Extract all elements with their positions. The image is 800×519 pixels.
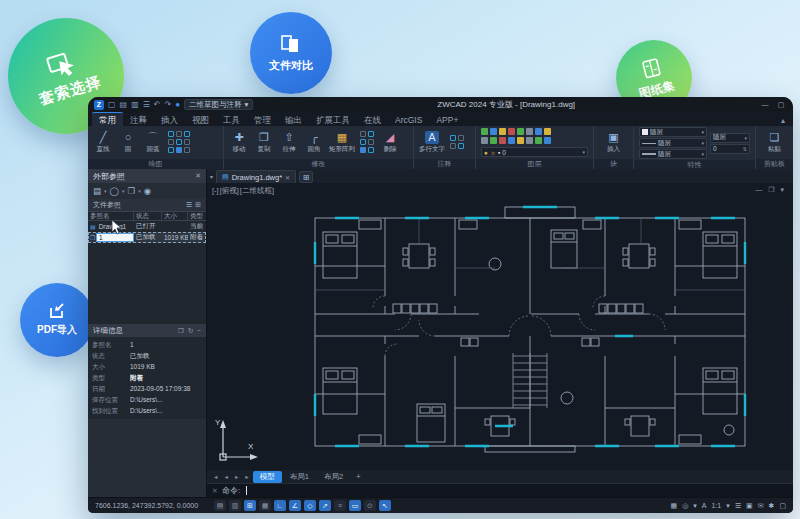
copy-button[interactable]: ❐ 复制	[254, 131, 274, 153]
line-button[interactable]: ╱ 直线	[93, 131, 113, 153]
canvas-restore-icon[interactable]: ❐	[768, 186, 774, 194]
tab-list-icon[interactable]: ▾	[210, 173, 213, 180]
maximize-button[interactable]: ▢	[775, 101, 787, 109]
close-icon[interactable]: ✕	[195, 172, 201, 180]
otrack-toggle[interactable]: ↗	[319, 500, 331, 511]
annotation-icon[interactable]: A	[702, 502, 707, 509]
add-layout-button[interactable]: +	[351, 472, 365, 481]
save-file-icon[interactable]: ▥	[131, 101, 139, 109]
workspace-switch-icon[interactable]: ☰	[735, 502, 741, 510]
ribbon-collapse-icon[interactable]: ▴	[781, 116, 793, 126]
array-button[interactable]: ▦ 矩形阵列	[329, 131, 355, 153]
table-row-editing[interactable]: ❐ 已加载 1019 KB 附着	[88, 232, 206, 243]
message-icon[interactable]: ✉	[758, 502, 764, 510]
chevron-down-icon[interactable]: ▾	[138, 188, 141, 194]
table-row[interactable]: ▤ Drawing1 已打开 当前	[88, 221, 206, 232]
tab-layout2[interactable]: 布局2	[317, 471, 350, 483]
modify-tools-grid[interactable]	[360, 131, 375, 154]
draw-tools-grid[interactable]	[168, 131, 191, 154]
attach-dwg-icon[interactable]: ▤	[93, 186, 101, 196]
linetype-dropdown[interactable]: 随层 ▾	[639, 138, 707, 148]
tab-home[interactable]: 常用	[92, 112, 123, 126]
panel-block-label[interactable]: 块	[594, 159, 633, 169]
circle-button[interactable]: ○ 圆	[118, 131, 138, 153]
next-layout-icon[interactable]: ►	[232, 474, 241, 480]
tree-view-icon[interactable]: ⊞	[195, 201, 201, 209]
selection-cycling-toggle[interactable]: ↖	[379, 500, 391, 511]
list-view-icon[interactable]: ☰	[186, 201, 192, 209]
snap-toggle[interactable]: ⊞	[244, 500, 256, 511]
attach-file-icon[interactable]: ❐	[128, 186, 136, 196]
redo-icon[interactable]: ↷	[165, 101, 172, 109]
last-layout-icon[interactable]: ►	[242, 474, 251, 480]
layer-tools-grid[interactable]	[481, 128, 588, 145]
app-logo-icon[interactable]: Z	[94, 100, 104, 110]
tab-manage[interactable]: 管理	[247, 113, 278, 126]
polar-toggle[interactable]: ∠	[289, 500, 301, 511]
paper-space-icon[interactable]: ▥	[229, 500, 241, 511]
new-document-tab-button[interactable]: ⊞	[299, 171, 313, 183]
lineweight-toggle[interactable]: ≡	[334, 500, 346, 511]
workspace-grid-icon[interactable]: ▦	[671, 502, 678, 510]
canvas-menu-icon[interactable]: ▾	[780, 186, 784, 194]
tab-arcgis[interactable]: ArcGIS	[388, 113, 429, 126]
tab-view[interactable]: 视图	[185, 113, 216, 126]
tab-app-plus[interactable]: APP+	[429, 113, 465, 126]
paste-button[interactable]: ❏ 粘贴	[765, 131, 785, 153]
undo-icon[interactable]: ↶	[154, 101, 161, 109]
plot-icon[interactable]: ☰	[143, 101, 150, 109]
viewport-view-control[interactable]: [俯视]	[220, 186, 239, 196]
fillet-button[interactable]: ╭ 圆角	[304, 131, 324, 153]
settings-gear-icon[interactable]: ✱	[769, 502, 775, 510]
open-file-icon[interactable]: ▤	[120, 101, 128, 109]
viewport-minus-control[interactable]: [-]	[212, 186, 219, 196]
viewport-visualstyle-control[interactable]: [二维线框]	[240, 186, 274, 196]
settings-icon[interactable]: ◉	[144, 186, 151, 196]
osnap-toggle[interactable]: ◇	[304, 500, 316, 511]
dyn-toggle[interactable]: ▭	[349, 500, 361, 511]
tab-tools[interactable]: 工具	[216, 113, 247, 126]
panel-layers-label[interactable]: 图层	[476, 159, 593, 169]
ortho-toggle[interactable]: ∟	[274, 500, 286, 511]
refresh-icon[interactable]: ◯	[110, 186, 120, 196]
drawing-canvas[interactable]: [-] [俯视] [二维线框] — ❐ ▾	[207, 183, 793, 470]
chevron-down-icon[interactable]: ▾	[693, 502, 697, 510]
first-layout-icon[interactable]: ◄	[211, 474, 220, 480]
close-tab-icon[interactable]: ✕	[285, 174, 290, 181]
grid-toggle[interactable]: ▦	[259, 500, 271, 511]
transparency-toggle[interactable]: ⊙	[364, 500, 376, 511]
canvas-minimize-icon[interactable]: —	[755, 186, 762, 194]
arc-button[interactable]: ⌒ 圆弧	[143, 131, 163, 153]
hardware-accel-icon[interactable]: ▣	[746, 502, 753, 510]
tab-model[interactable]: 模型	[253, 471, 282, 483]
chevron-down-icon[interactable]: ▾	[122, 188, 125, 194]
collapse-icon[interactable]: −	[197, 327, 201, 335]
workspace-switcher[interactable]: 二维草图与注释 ▾	[184, 99, 253, 110]
erase-button[interactable]: ◢ 删除	[380, 131, 400, 153]
chevron-down-icon[interactable]: ▾	[726, 502, 730, 510]
details-panel-icon[interactable]: ❐	[178, 327, 184, 335]
layer-dropdown[interactable]: ● ☼ ▪ 0 ▾	[481, 147, 588, 157]
panel-draw-label[interactable]: 绘图	[88, 159, 223, 169]
annotate-tools-grid[interactable]	[450, 135, 465, 150]
insert-block-button[interactable]: ▣ 插入	[604, 131, 624, 153]
tab-insert[interactable]: 插入	[154, 113, 185, 126]
document-tab[interactable]: ▤ Drawing1.dwg* ✕	[216, 170, 296, 183]
stretch-button[interactable]: ⇧ 拉伸	[279, 131, 299, 153]
prev-layout-icon[interactable]: ◄	[221, 474, 230, 480]
lineweight-dropdown[interactable]: 随层 ▾	[639, 149, 707, 159]
refresh-icon[interactable]: ↻	[188, 327, 193, 335]
panel-clipboard-label[interactable]: 剪贴板	[756, 159, 793, 169]
color-dropdown[interactable]: 随层 ▾	[639, 127, 707, 137]
mtext-button[interactable]: A 多行文字	[419, 131, 445, 153]
new-file-icon[interactable]: ▢	[108, 101, 116, 109]
panel-annotate-label[interactable]: 注释	[414, 159, 475, 169]
move-button[interactable]: ✚ 移动	[229, 131, 249, 153]
chevron-down-icon[interactable]: ▾	[104, 188, 107, 194]
tab-express[interactable]: 扩展工具	[309, 113, 357, 126]
tab-online[interactable]: 在线	[357, 113, 388, 126]
transparency-spinner[interactable]: 0 ⇅	[710, 144, 750, 154]
command-close-icon[interactable]: ✕	[212, 487, 218, 495]
tab-layout1[interactable]: 布局1	[283, 471, 316, 483]
panel-modify-label[interactable]: 修改	[224, 159, 413, 169]
